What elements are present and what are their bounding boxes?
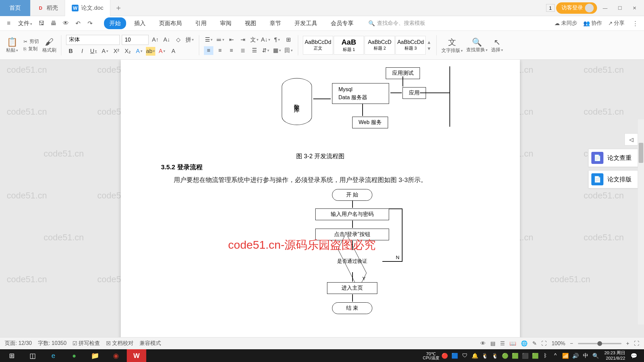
tab-stops-button[interactable]: ⊞ — [284, 36, 293, 44]
text-effect-button[interactable]: A — [135, 47, 144, 56]
tab-start[interactable]: 开始 — [104, 17, 126, 29]
wps-icon[interactable]: W — [127, 349, 146, 362]
file-menu[interactable]: 文件 — [16, 19, 34, 27]
tray-nvidia-icon[interactable]: 🟩 — [531, 351, 540, 360]
tab-references[interactable]: 引用 — [190, 17, 212, 29]
bold-button[interactable]: B — [66, 47, 75, 56]
tab-document[interactable]: W 论文.doc — [65, 0, 110, 16]
font-color-button[interactable]: A — [157, 47, 167, 56]
zoom-value[interactable]: 100% — [551, 341, 565, 347]
notification-badge[interactable]: 1 — [546, 4, 555, 12]
task-view-button[interactable]: ◫ — [23, 349, 42, 362]
tab-member[interactable]: 会员专享 — [325, 17, 359, 29]
more-icon[interactable]: ⋮ — [631, 19, 640, 28]
line-spacing-button[interactable]: ⇵ — [261, 46, 270, 55]
tray-icon[interactable]: 🟦 — [450, 351, 460, 360]
tray-icon[interactable]: ⬛ — [521, 351, 530, 360]
share-button[interactable]: ↗分享 — [608, 20, 625, 27]
borders-button[interactable]: 田 — [284, 46, 293, 55]
command-search[interactable]: 🔍 查找命令、搜索模板 — [368, 20, 425, 27]
italic-button[interactable]: I — [77, 47, 87, 56]
tray-notification-icon[interactable]: 🔔 — [470, 351, 480, 360]
minimize-button[interactable]: — — [598, 2, 612, 14]
asian-layout-button[interactable]: 文 — [250, 36, 259, 44]
tray-ime-icon[interactable]: 中 — [581, 351, 590, 360]
shading-button[interactable]: ▦ — [272, 46, 282, 55]
show-marks-button[interactable]: ¶ — [272, 36, 282, 44]
reading-view-button[interactable]: 📖 — [509, 340, 516, 347]
underline-button[interactable]: U — [89, 47, 98, 56]
copy-button[interactable]: ⎘复制 — [23, 46, 39, 52]
app-icon-1[interactable]: ◉ — [106, 349, 125, 362]
phonetic-button[interactable]: 拼 — [185, 36, 194, 44]
close-button[interactable]: ✕ — [628, 2, 641, 14]
print-icon[interactable]: 🖶 — [49, 19, 58, 28]
proof-button[interactable]: ☒文档校对 — [106, 340, 133, 347]
redo-icon[interactable]: ↷ — [85, 19, 95, 28]
zoom-in-button[interactable]: + — [626, 341, 629, 347]
style-heading2[interactable]: AaBbCcD标题 2 — [365, 36, 395, 55]
tray-qq-icon[interactable]: 🐧 — [490, 351, 500, 360]
tray-wifi-icon[interactable]: 📶 — [561, 351, 570, 360]
fullscreen-button[interactable]: ⛶ — [634, 341, 639, 347]
collab-button[interactable]: 👥协作 — [583, 20, 602, 27]
spell-check-button[interactable]: ☑拼写检查 — [72, 340, 100, 347]
superscript-button[interactable]: X² — [112, 47, 121, 56]
collapse-panel-button[interactable]: ◁ — [625, 133, 638, 145]
scroll-thumb[interactable] — [639, 143, 643, 163]
paste-button[interactable]: 📋 粘贴 — [6, 37, 18, 53]
tab-chapter[interactable]: 章节 — [264, 17, 286, 29]
tray-icon[interactable]: 🔴 — [440, 351, 449, 360]
outline-view-button[interactable]: ☰ — [500, 340, 505, 347]
zoom-out-button[interactable]: − — [570, 341, 573, 347]
thesis-layout-button[interactable]: 📄 论文排版 — [588, 170, 638, 188]
action-center-icon[interactable]: 💬 — [629, 351, 639, 360]
vertical-scrollbar[interactable] — [638, 119, 644, 324]
align-left-button[interactable]: ≡ — [204, 46, 213, 55]
tray-wechat-icon[interactable]: 🟩 — [511, 351, 520, 360]
tab-page-layout[interactable]: 页面布局 — [154, 17, 187, 29]
tab-insert[interactable]: 插入 — [129, 17, 151, 29]
select-button[interactable]: ↖选择 — [491, 38, 503, 53]
cut-button[interactable]: ✂剪切 — [23, 39, 39, 45]
char-border-button[interactable]: A — [169, 47, 178, 56]
tray-bluetooth-icon[interactable]: ᛒ — [541, 351, 550, 360]
highlight-button[interactable]: ab — [146, 47, 155, 56]
decrease-indent-button[interactable]: ⇤ — [227, 36, 236, 44]
font-size-select[interactable] — [122, 35, 149, 45]
new-tab-button[interactable]: + — [110, 3, 126, 13]
tray-overflow-icon[interactable]: ^ — [551, 351, 560, 360]
subscript-button[interactable]: X₂ — [123, 47, 132, 56]
tray-qq-icon[interactable]: 🐧 — [480, 351, 490, 360]
style-heading1[interactable]: AaB标题 1 — [334, 36, 364, 55]
font-select[interactable] — [66, 35, 120, 45]
align-right-button[interactable]: ≡ — [227, 46, 236, 55]
save-icon[interactable]: 🖫 — [37, 19, 46, 28]
explorer-icon[interactable]: 📁 — [85, 349, 105, 362]
cpu-temp-widget[interactable]: 70℃ CPU温度 — [423, 352, 439, 360]
hamburger-icon[interactable]: ≡ — [4, 19, 13, 28]
word-count[interactable]: 字数: 10350 — [38, 340, 66, 347]
text-layout-button[interactable]: 文文字排版 — [441, 37, 463, 54]
tab-view[interactable]: 视图 — [239, 17, 262, 29]
document-area[interactable]: code51.cn code51.cn code51.cn code51.cn … — [0, 60, 644, 349]
shrink-font-button[interactable]: A↓ — [162, 36, 171, 44]
page-indicator[interactable]: 页面: 12/30 — [5, 340, 32, 347]
tab-home[interactable]: 首页 — [0, 0, 31, 16]
sort-button[interactable]: A↓ — [261, 36, 270, 44]
guest-login-button[interactable]: 访客登录 — [556, 2, 597, 14]
strikethrough-button[interactable]: A — [100, 47, 110, 56]
eye-care-button[interactable]: 👁 — [480, 341, 486, 347]
tab-devtools[interactable]: 开发工具 — [289, 17, 323, 29]
maximize-button[interactable]: ☐ — [613, 2, 627, 14]
tray-search-icon[interactable]: 🔍 — [591, 351, 600, 360]
clear-format-button[interactable]: ◇ — [173, 36, 183, 44]
justify-button[interactable]: ≣ — [238, 46, 248, 55]
find-replace-button[interactable]: 🔍查找替换 — [466, 38, 488, 53]
ie-icon[interactable]: e — [44, 349, 63, 362]
bullets-button[interactable]: ☰ — [204, 36, 213, 44]
tab-docer[interactable]: D 稻壳 — [31, 0, 65, 16]
annotate-button[interactable]: ✎ — [532, 340, 537, 347]
start-button[interactable]: ⊞ — [2, 349, 21, 362]
browser-icon[interactable]: ● — [64, 349, 84, 362]
